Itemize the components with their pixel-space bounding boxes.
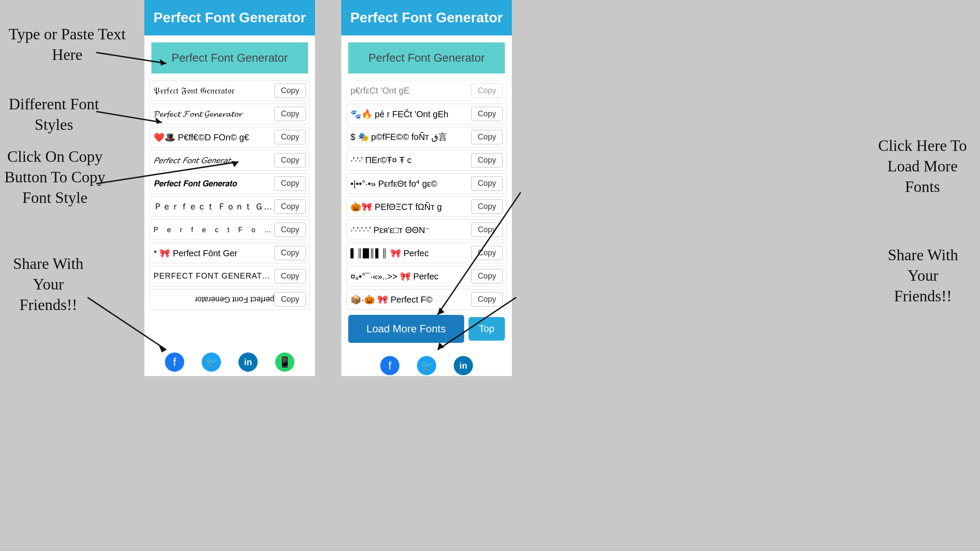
font-text: 𝓟𝓮𝓻𝓯𝓮𝓬𝓽 𝓕𝓸𝓷𝓽 𝓖𝓮𝓷𝓮𝓻𝓪𝓽𝓸𝓻 [154, 109, 274, 119]
panel2-title: Perfect Font Generator [348, 10, 505, 26]
table-row: 🎃🎀 ΡΕfΘΞCΤ fΩÑт g Copy [346, 196, 507, 217]
copy-button[interactable]: Copy [274, 269, 306, 283]
copy-button[interactable]: Copy [471, 130, 503, 144]
table-row: * 🎀 Perfect Fōnt Ger Copy [150, 243, 310, 263]
font-text: Ｐｅｒｆｅｃｔ Ｆｏｎｔ Ｇｅｎｅｒ [154, 201, 274, 213]
panel2-social-bar: f 🐦 in [341, 348, 512, 380]
annotation-click-copy: Click On CopyButton To CopyFont Style [4, 146, 105, 208]
copy-button[interactable]: Copy [274, 107, 306, 121]
table-row: $ 🎭 p©fFE©© foÑт ق言 Copy [346, 127, 507, 147]
table-row: 𝙋𝙚𝙧𝙛𝙚𝙘𝙩 𝙁𝙤𝙣𝙩 𝙂𝙚𝙣𝙚𝙧𝙖𝙩𝙤 Copy [150, 173, 310, 194]
facebook-icon[interactable]: f [165, 352, 184, 372]
font-text: 𝙋𝙚𝙧𝙛𝙚𝙘𝙩 𝙁𝙤𝙣𝙩 𝙂𝙚𝙣𝙚𝙧𝙖𝙩𝙤 [154, 178, 274, 188]
table-row: p€rfεCt 'Ont gE Copy [346, 80, 507, 101]
twitter-icon[interactable]: 🐦 [202, 352, 221, 372]
font-text: PERFECT FONT GENERATOR [154, 272, 274, 281]
copy-button[interactable]: Copy [274, 84, 306, 98]
phone-panel-2: Perfect Font Generator p€rfεCt 'Ont gE C… [341, 0, 512, 376]
table-row: PERFECT FONT GENERATOR Copy [150, 266, 310, 286]
table-row: ¤ₐ•°¯·«»..>> 🎀 Perfec Copy [346, 266, 507, 286]
font-text: ❤️🎩 P€ff€©D FOn© g€ [154, 132, 274, 143]
table-row: ·'·'·' ΠΕr©Ŧ¤ Ŧ c Copy [346, 150, 507, 171]
copy-button[interactable]: Copy [471, 176, 503, 191]
copy-button[interactable]: Copy [274, 130, 306, 144]
table-row: 𝓟𝓮𝓻𝓯𝓮𝓬𝓽 𝓕𝓸𝓷𝓽 𝓖𝓮𝓷𝓮𝓻𝓪𝓽𝓸𝓻 Copy [150, 104, 310, 124]
copy-button[interactable]: Copy [274, 292, 306, 307]
font-text: ▌║█║▌║ 🎀 Perfec [350, 248, 471, 258]
panel1-title: Perfect Font Generator [151, 10, 308, 26]
annotation-load-more: Click Here ToLoad MoreFonts [878, 136, 967, 197]
font-text: 🐾🔥 pé r FEČt 'Ont gEh [350, 109, 471, 119]
table-row: 🐾🔥 pé r FEČt 'Ont gEh Copy [346, 104, 507, 124]
font-text: ¤ₐ•°¯·«»..>> 🎀 Perfec [350, 271, 471, 282]
font-text: P e r f e c t F o n t [154, 226, 274, 234]
table-row: 𝘗𝘦𝘳𝘧𝘦𝘤𝘵 𝘍𝘰𝘯𝘵 𝘎𝘦𝘯𝘦𝘳𝘢𝘵 Copy [150, 150, 310, 171]
panel2-header: Perfect Font Generator [341, 0, 512, 35]
table-row: ▌║█║▌║ 🎀 Perfec Copy [346, 243, 507, 263]
top-button[interactable]: Top [469, 317, 505, 341]
annotation-type-here: Type or Paste TextHere [9, 24, 126, 65]
copy-button[interactable]: Copy [274, 153, 306, 167]
copy-button[interactable]: Copy [471, 199, 503, 214]
copy-button[interactable]: Copy [471, 223, 503, 237]
copy-button[interactable]: Copy [471, 269, 503, 283]
linkedin-icon[interactable]: in [454, 356, 473, 375]
linkedin-icon[interactable]: in [238, 352, 258, 372]
panel1-font-list: 𝔓𝔢𝔯𝔣𝔢𝔠𝔱 𝔉𝔬𝔫𝔱 𝔊𝔢𝔫𝔢𝔯𝔞𝔱𝔬𝔯 Copy 𝓟𝓮𝓻𝓯𝓮𝓬𝓽 𝓕𝓸𝓷𝓽… [144, 80, 315, 310]
copy-button[interactable]: Copy [471, 107, 503, 121]
copy-button[interactable]: Copy [471, 84, 503, 98]
copy-button[interactable]: Copy [274, 246, 306, 260]
font-text: 𝘗𝘦𝘳𝘧𝘦𝘤𝘵 𝘍𝘰𝘯𝘵 𝘎𝘦𝘯𝘦𝘳𝘢𝘵 [154, 155, 274, 165]
whatsapp-icon[interactable]: 📱 [275, 352, 294, 372]
copy-button[interactable]: Copy [274, 176, 306, 191]
table-row: P e r f e c t F o n t Copy [150, 220, 310, 240]
font-text: 🎃🎀 ΡΕfΘΞCΤ fΩÑт g [350, 202, 471, 212]
table-row: ·'·'·'·'·' Ρεя'ε□т ΘΘΝ⁻ Copy [346, 220, 507, 240]
table-row: 𝔓𝔢𝔯𝔣𝔢𝔠𝔱 𝔉𝔬𝔫𝔱 𝔊𝔢𝔫𝔢𝔯𝔞𝔱𝔬𝔯 Copy [150, 80, 310, 101]
font-text: $ 🎭 p©fFE©© foÑт ق言 [350, 131, 471, 143]
table-row: 📦·🎃 🎀 Perfect F© Copy [346, 289, 507, 310]
annotation-share-right: Share WithYourFriends!! [888, 245, 958, 306]
table-row: ❤️🎩 P€ff€©D FOn© g€ Copy [150, 127, 310, 147]
panel1-input[interactable] [151, 42, 308, 73]
font-text: 📦·🎃 🎀 Perfect F© [350, 294, 471, 305]
facebook-icon[interactable]: f [380, 356, 399, 375]
copy-button[interactable]: Copy [274, 223, 306, 237]
panel2-input[interactable] [348, 42, 505, 73]
load-more-button[interactable]: Load More Fonts [348, 315, 464, 343]
font-text: ·'·'·'·'·' Ρεя'ε□т ΘΘΝ⁻ [350, 225, 471, 235]
twitter-icon[interactable]: 🐦 [417, 356, 436, 375]
font-text: * 🎀 Perfect Fōnt Ger [154, 248, 274, 258]
panel1-header: Perfect Font Generator [144, 0, 315, 35]
table-row: Ｐｅｒｆｅｃｔ Ｆｏｎｔ Ｇｅｎｅｒ Copy [150, 196, 310, 217]
table-row: •|••°·•» PεrfεΘt fo⁴ gε© Copy [346, 173, 507, 194]
font-text: p€rfεCt 'Ont gE [350, 86, 471, 96]
panel2-font-list: p€rfεCt 'Ont gE Copy 🐾🔥 pé r FEČt 'Ont g… [341, 80, 512, 310]
copy-button[interactable]: Copy [471, 153, 503, 167]
annotation-share-left: Share WithYourFriends!! [13, 254, 84, 315]
font-text: ·'·'·' ΠΕr©Ŧ¤ Ŧ c [350, 155, 471, 165]
copy-button[interactable]: Copy [471, 246, 503, 260]
panel1-social-bar: f 🐦 in 📱 [144, 345, 315, 376]
font-text: 𝔓𝔢𝔯𝔣𝔢𝔠𝔱 𝔉𝔬𝔫𝔱 𝔊𝔢𝔫𝔢𝔯𝔞𝔱𝔬𝔯 [154, 86, 274, 96]
annotation-diff-fonts: Different FontStyles [9, 94, 99, 135]
font-text: •|••°·•» PεrfεΘt fo⁴ gε© [350, 178, 471, 189]
table-row: perfect Font Generator Copy [150, 289, 310, 310]
copy-button[interactable]: Copy [471, 292, 503, 307]
font-text: perfect Font Generator [154, 295, 274, 304]
copy-button[interactable]: Copy [274, 199, 306, 214]
phone-panel-1: Perfect Font Generator 𝔓𝔢𝔯𝔣𝔢𝔠𝔱 𝔉𝔬𝔫𝔱 𝔊𝔢𝔫𝔢… [144, 0, 315, 376]
